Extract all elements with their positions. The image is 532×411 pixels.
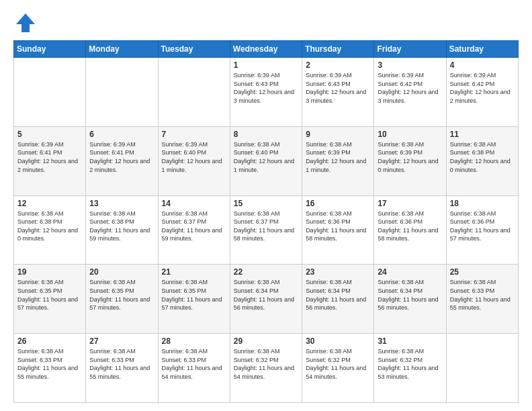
- day-number: 27: [89, 336, 154, 346]
- col-tuesday: Tuesday: [158, 41, 230, 58]
- day-info: Sunrise: 6:38 AM Sunset: 6:38 PM Dayligh…: [450, 140, 515, 174]
- day-info: Sunrise: 6:38 AM Sunset: 6:40 PM Dayligh…: [234, 140, 298, 174]
- day-info: Sunrise: 6:38 AM Sunset: 6:38 PM Dayligh…: [17, 210, 82, 243]
- day-info: Sunrise: 6:38 AM Sunset: 6:36 PM Dayligh…: [378, 210, 442, 243]
- table-row: 27Sunrise: 6:38 AM Sunset: 6:33 PM Dayli…: [86, 334, 158, 403]
- day-info: Sunrise: 6:38 AM Sunset: 6:39 PM Dayligh…: [378, 140, 442, 174]
- col-friday: Friday: [374, 41, 446, 58]
- day-number: 17: [378, 199, 442, 208]
- table-row: 10Sunrise: 6:38 AM Sunset: 6:39 PM Dayli…: [374, 126, 446, 195]
- table-row: 31Sunrise: 6:38 AM Sunset: 6:32 PM Dayli…: [374, 334, 446, 403]
- calendar-week-row: 5Sunrise: 6:39 AM Sunset: 6:41 PM Daylig…: [14, 126, 519, 195]
- table-row: 8Sunrise: 6:38 AM Sunset: 6:40 PM Daylig…: [230, 126, 302, 195]
- table-row: 18Sunrise: 6:38 AM Sunset: 6:36 PM Dayli…: [446, 195, 518, 265]
- table-row: 25Sunrise: 6:38 AM Sunset: 6:33 PM Dayli…: [446, 265, 518, 334]
- day-number: 22: [234, 267, 298, 277]
- day-info: Sunrise: 6:38 AM Sunset: 6:32 PM Dayligh…: [234, 347, 298, 381]
- day-number: 24: [378, 267, 442, 277]
- table-row: 2Sunrise: 6:39 AM Sunset: 6:43 PM Daylig…: [302, 58, 374, 127]
- table-row: 24Sunrise: 6:38 AM Sunset: 6:34 PM Dayli…: [374, 265, 446, 334]
- table-row: 16Sunrise: 6:38 AM Sunset: 6:36 PM Dayli…: [302, 195, 374, 265]
- table-row: 23Sunrise: 6:38 AM Sunset: 6:34 PM Dayli…: [302, 265, 374, 334]
- day-info: Sunrise: 6:38 AM Sunset: 6:36 PM Dayligh…: [450, 210, 515, 243]
- table-row: 30Sunrise: 6:38 AM Sunset: 6:32 PM Dayli…: [302, 334, 374, 403]
- calendar-table: Sunday Monday Tuesday Wednesday Thursday…: [13, 40, 519, 403]
- day-number: 7: [162, 130, 226, 139]
- table-row: 13Sunrise: 6:38 AM Sunset: 6:38 PM Dayli…: [86, 195, 158, 265]
- col-saturday: Saturday: [446, 41, 518, 58]
- day-info: Sunrise: 6:38 AM Sunset: 6:33 PM Dayligh…: [162, 347, 226, 381]
- calendar-header-row: Sunday Monday Tuesday Wednesday Thursday…: [14, 41, 519, 58]
- day-number: 11: [450, 130, 515, 139]
- day-number: 23: [306, 267, 370, 277]
- table-row: 28Sunrise: 6:38 AM Sunset: 6:33 PM Dayli…: [158, 334, 230, 403]
- col-monday: Monday: [86, 41, 158, 58]
- day-number: 3: [378, 60, 442, 70]
- day-number: 28: [162, 336, 226, 346]
- day-number: 29: [234, 336, 298, 346]
- col-sunday: Sunday: [14, 41, 86, 58]
- day-number: 25: [450, 267, 515, 277]
- table-row: 11Sunrise: 6:38 AM Sunset: 6:38 PM Dayli…: [446, 126, 518, 195]
- table-row: 22Sunrise: 6:38 AM Sunset: 6:34 PM Dayli…: [230, 265, 302, 334]
- table-row: 29Sunrise: 6:38 AM Sunset: 6:32 PM Dayli…: [230, 334, 302, 403]
- calendar-week-row: 19Sunrise: 6:38 AM Sunset: 6:35 PM Dayli…: [14, 265, 519, 334]
- day-info: Sunrise: 6:38 AM Sunset: 6:35 PM Dayligh…: [162, 278, 226, 312]
- day-info: Sunrise: 6:38 AM Sunset: 6:35 PM Dayligh…: [89, 278, 154, 312]
- table-row: 4Sunrise: 6:39 AM Sunset: 6:42 PM Daylig…: [446, 58, 518, 127]
- day-number: 30: [306, 336, 370, 346]
- day-number: 4: [450, 60, 515, 70]
- table-row: 20Sunrise: 6:38 AM Sunset: 6:35 PM Dayli…: [86, 265, 158, 334]
- table-row: 15Sunrise: 6:38 AM Sunset: 6:37 PM Dayli…: [230, 195, 302, 265]
- day-number: 19: [17, 267, 82, 277]
- day-number: 1: [234, 60, 298, 70]
- day-number: 20: [89, 267, 154, 277]
- day-info: Sunrise: 6:39 AM Sunset: 6:41 PM Dayligh…: [17, 140, 82, 174]
- table-row: 26Sunrise: 6:38 AM Sunset: 6:33 PM Dayli…: [14, 334, 86, 403]
- table-row: 6Sunrise: 6:39 AM Sunset: 6:41 PM Daylig…: [86, 126, 158, 195]
- day-info: Sunrise: 6:38 AM Sunset: 6:33 PM Dayligh…: [450, 278, 515, 312]
- day-info: Sunrise: 6:39 AM Sunset: 6:40 PM Dayligh…: [162, 140, 226, 174]
- table-row: 14Sunrise: 6:38 AM Sunset: 6:37 PM Dayli…: [158, 195, 230, 265]
- day-info: Sunrise: 6:38 AM Sunset: 6:34 PM Dayligh…: [234, 278, 298, 312]
- table-row: 5Sunrise: 6:39 AM Sunset: 6:41 PM Daylig…: [14, 126, 86, 195]
- calendar-week-row: 1Sunrise: 6:39 AM Sunset: 6:43 PM Daylig…: [14, 58, 519, 127]
- day-number: 13: [89, 199, 154, 208]
- col-thursday: Thursday: [302, 41, 374, 58]
- col-wednesday: Wednesday: [230, 41, 302, 58]
- day-number: 2: [306, 60, 370, 70]
- page: Sunday Monday Tuesday Wednesday Thursday…: [0, 0, 532, 411]
- calendar-week-row: 12Sunrise: 6:38 AM Sunset: 6:38 PM Dayli…: [14, 195, 519, 265]
- table-row: 17Sunrise: 6:38 AM Sunset: 6:36 PM Dayli…: [374, 195, 446, 265]
- day-number: 9: [306, 130, 370, 139]
- day-info: Sunrise: 6:39 AM Sunset: 6:43 PM Dayligh…: [234, 71, 298, 105]
- table-row: 21Sunrise: 6:38 AM Sunset: 6:35 PM Dayli…: [158, 265, 230, 334]
- table-row: 1Sunrise: 6:39 AM Sunset: 6:43 PM Daylig…: [230, 58, 302, 127]
- day-info: Sunrise: 6:39 AM Sunset: 6:42 PM Dayligh…: [378, 71, 442, 105]
- day-info: Sunrise: 6:38 AM Sunset: 6:37 PM Dayligh…: [234, 210, 298, 243]
- day-info: Sunrise: 6:39 AM Sunset: 6:41 PM Dayligh…: [89, 140, 154, 174]
- day-number: 5: [17, 130, 82, 139]
- day-number: 8: [234, 130, 298, 139]
- day-number: 31: [378, 336, 442, 346]
- table-row: [86, 58, 158, 127]
- day-info: Sunrise: 6:38 AM Sunset: 6:34 PM Dayligh…: [378, 278, 442, 312]
- day-info: Sunrise: 6:38 AM Sunset: 6:33 PM Dayligh…: [17, 347, 82, 381]
- day-info: Sunrise: 6:38 AM Sunset: 6:37 PM Dayligh…: [162, 210, 226, 243]
- header: [13, 11, 519, 35]
- day-number: 14: [162, 199, 226, 208]
- table-row: [446, 334, 518, 403]
- day-info: Sunrise: 6:38 AM Sunset: 6:36 PM Dayligh…: [306, 210, 370, 243]
- day-number: 18: [450, 199, 515, 208]
- day-number: 21: [162, 267, 226, 277]
- day-info: Sunrise: 6:38 AM Sunset: 6:34 PM Dayligh…: [306, 278, 370, 312]
- day-info: Sunrise: 6:38 AM Sunset: 6:38 PM Dayligh…: [89, 210, 154, 243]
- table-row: [14, 58, 86, 127]
- table-row: [158, 58, 230, 127]
- table-row: 7Sunrise: 6:39 AM Sunset: 6:40 PM Daylig…: [158, 126, 230, 195]
- logo-icon: [13, 11, 38, 35]
- table-row: 12Sunrise: 6:38 AM Sunset: 6:38 PM Dayli…: [14, 195, 86, 265]
- day-number: 10: [378, 130, 442, 139]
- table-row: 9Sunrise: 6:38 AM Sunset: 6:39 PM Daylig…: [302, 126, 374, 195]
- svg-marker-0: [16, 13, 35, 32]
